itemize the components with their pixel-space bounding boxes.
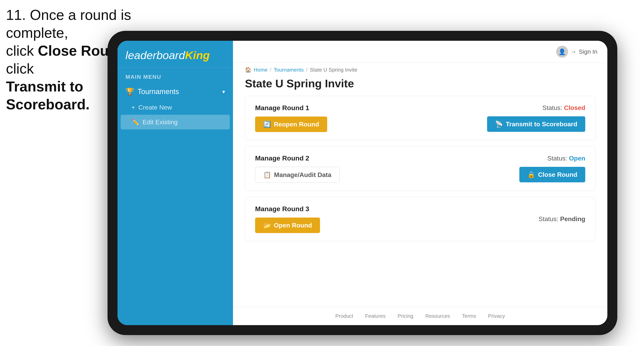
open-icon: 📂 bbox=[263, 221, 271, 229]
round-1-status-value: Closed bbox=[564, 104, 585, 111]
open-round-label: Open Round bbox=[274, 222, 312, 229]
manage-audit-data-button[interactable]: 📋 Manage/Audit Data bbox=[255, 167, 340, 183]
round-2-title: Manage Round 2 bbox=[255, 154, 340, 162]
sign-in-button[interactable]: 👤 → Sign In bbox=[556, 46, 598, 58]
trophy-icon: 🏆 bbox=[126, 87, 134, 96]
user-avatar: 👤 bbox=[556, 46, 568, 58]
logo-suffix: King bbox=[185, 49, 210, 61]
sidebar-item-edit-existing[interactable]: ✏️ Edit Existing bbox=[121, 115, 230, 130]
open-round-button[interactable]: 📂 Open Round bbox=[255, 217, 320, 233]
content-area: Manage Round 1 🔄 Reopen Round Status: Cl… bbox=[233, 96, 607, 307]
footer-link-features[interactable]: Features bbox=[365, 313, 386, 319]
footer-link-terms[interactable]: Terms bbox=[462, 313, 476, 319]
footer-link-pricing[interactable]: Pricing bbox=[398, 313, 413, 319]
sign-in-label: → bbox=[570, 48, 576, 55]
transmit-to-scoreboard-button[interactable]: 📡 Transmit to Scoreboard bbox=[487, 116, 585, 132]
breadcrumb-tournaments[interactable]: Tournaments bbox=[274, 67, 304, 73]
breadcrumb-current: State U Spring Invite bbox=[310, 67, 357, 73]
breadcrumb-sep2: / bbox=[306, 67, 308, 73]
close-round-button[interactable]: 🔒 Close Round bbox=[519, 167, 585, 182]
round-2-status-value: Open bbox=[569, 155, 585, 162]
round-3-right: Status: Pending bbox=[538, 215, 585, 223]
close-round-label: Close Round bbox=[538, 171, 577, 178]
round-1-title: Manage Round 1 bbox=[255, 104, 327, 112]
audit-icon: 📋 bbox=[263, 171, 271, 178]
page-title: State U Spring Invite bbox=[233, 75, 607, 96]
sidebar-menu-label: MAIN MENU bbox=[118, 68, 233, 83]
sidebar-item-tournaments-label: Tournaments bbox=[138, 87, 179, 96]
transmit-icon: 📡 bbox=[495, 120, 503, 128]
footer-link-product[interactable]: Product bbox=[335, 313, 353, 319]
app-logo: leaderboardKing bbox=[118, 41, 233, 68]
round-1-right: Status: Closed 📡 Transmit to Scoreboard bbox=[487, 104, 585, 132]
sidebar: leaderboardKing MAIN MENU 🏆 Tournaments … bbox=[118, 41, 233, 325]
round-1-left: Manage Round 1 🔄 Reopen Round bbox=[255, 104, 327, 132]
round-3-status-label: Status: bbox=[538, 215, 558, 222]
reopen-round-label: Reopen Round bbox=[274, 121, 319, 128]
top-nav: 👤 → Sign In bbox=[233, 41, 607, 63]
instruction-line2: click bbox=[6, 43, 38, 59]
instruction-line1: 11. Once a round is complete, bbox=[6, 7, 131, 41]
breadcrumb-sep1: / bbox=[270, 67, 271, 73]
logo-prefix: leaderboard bbox=[126, 49, 185, 61]
sidebar-item-create-new[interactable]: + Create New bbox=[118, 100, 233, 115]
round-1-section: Manage Round 1 🔄 Reopen Round Status: Cl… bbox=[245, 96, 596, 140]
reopen-icon: 🔄 bbox=[263, 121, 271, 128]
round-2-section: Manage Round 2 📋 Manage/Audit Data Statu… bbox=[245, 146, 596, 191]
sidebar-item-edit-existing-label: Edit Existing bbox=[142, 119, 178, 126]
round-3-title: Manage Round 3 bbox=[255, 205, 320, 213]
footer-link-resources[interactable]: Resources bbox=[425, 313, 450, 319]
plus-icon: + bbox=[132, 104, 135, 111]
sidebar-item-create-new-label: Create New bbox=[138, 104, 172, 111]
round-1-status-label: Status: bbox=[542, 104, 562, 111]
edit-icon: ✏️ bbox=[132, 118, 140, 126]
reopen-round-button[interactable]: 🔄 Reopen Round bbox=[255, 117, 327, 132]
manage-audit-label: Manage/Audit Data bbox=[274, 171, 331, 178]
round-2-status-label: Status: bbox=[548, 155, 567, 162]
round-3-status-value: Pending bbox=[560, 215, 585, 222]
app-layout: leaderboardKing MAIN MENU 🏆 Tournaments … bbox=[118, 41, 607, 325]
round-3-section: Manage Round 3 📂 Open Round Status: Pend… bbox=[245, 197, 596, 241]
footer: Product Features Pricing Resources Terms… bbox=[233, 307, 607, 325]
round-3-status: Status: Pending bbox=[538, 215, 585, 223]
round-2-status: Status: Open bbox=[548, 155, 585, 162]
breadcrumb-home[interactable]: Home bbox=[254, 67, 268, 73]
footer-link-privacy[interactable]: Privacy bbox=[488, 313, 505, 319]
home-icon: 🏠 bbox=[245, 67, 251, 73]
lock-icon: 🔒 bbox=[527, 171, 535, 178]
breadcrumb: 🏠 Home / Tournaments / State U Spring In… bbox=[233, 63, 607, 75]
sign-in-text: Sign In bbox=[579, 48, 598, 55]
tablet-screen: leaderboardKing MAIN MENU 🏆 Tournaments … bbox=[118, 41, 607, 325]
round-1-status: Status: Closed bbox=[542, 104, 585, 112]
main-content: 👤 → Sign In 🏠 Home / Tournaments / State… bbox=[233, 41, 607, 325]
round-2-left: Manage Round 2 📋 Manage/Audit Data bbox=[255, 154, 340, 183]
tablet-device: leaderboardKing MAIN MENU 🏆 Tournaments … bbox=[108, 31, 617, 335]
round-2-right: Status: Open 🔒 Close Round bbox=[519, 155, 585, 182]
sidebar-item-tournaments[interactable]: 🏆 Tournaments ▾ bbox=[118, 83, 233, 100]
instruction-bold2: Transmit to Scoreboard. bbox=[6, 79, 90, 112]
round-3-left: Manage Round 3 📂 Open Round bbox=[255, 205, 320, 233]
chevron-down-icon: ▾ bbox=[222, 88, 225, 95]
transmit-scoreboard-label: Transmit to Scoreboard bbox=[506, 121, 577, 128]
